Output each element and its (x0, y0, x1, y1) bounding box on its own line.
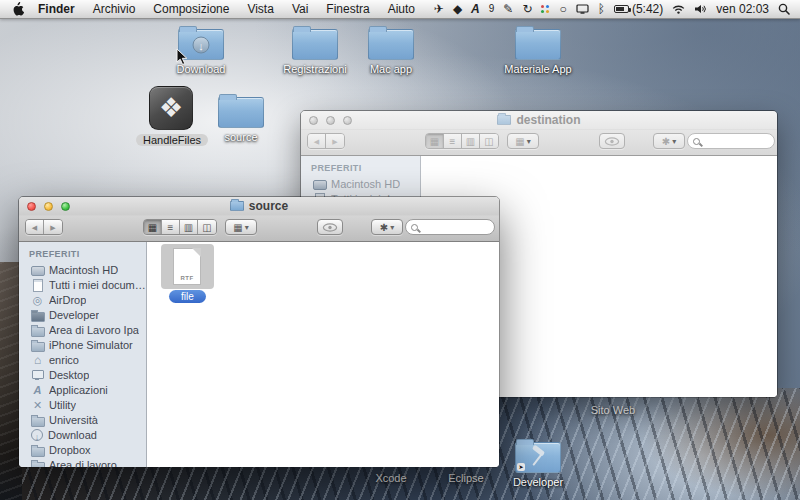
desktop-icon-xcode[interactable]: Xcode (351, 472, 431, 484)
desktop-icon-label: Registrazioni (280, 63, 350, 75)
sidebar-item-iphone-simulator[interactable]: iPhone Simulator (19, 337, 146, 352)
menu-extra-icon[interactable]: ✈ (434, 3, 444, 15)
apple-icon (12, 2, 24, 16)
desktop-icon-source[interactable]: source (206, 92, 276, 143)
desktop-icon-handlefiles[interactable]: ❖ HandleFiles (136, 86, 206, 148)
search-input[interactable] (421, 221, 481, 233)
zoom-button[interactable] (61, 202, 70, 211)
zoom-button[interactable] (343, 116, 352, 125)
search-field[interactable] (687, 133, 775, 149)
rtf-document-icon: RTF (173, 248, 201, 285)
quicklook-button[interactable] (317, 219, 343, 235)
gear-icon: ✱ (380, 222, 388, 233)
menu-aiuto[interactable]: Aiuto (388, 2, 415, 16)
icon-view-button[interactable]: ▦ (426, 134, 444, 148)
sidebar-item-area-di-lavoro[interactable]: Area di lavoro (19, 457, 146, 468)
desktop-icon-mac-app[interactable]: Mac app (356, 24, 426, 75)
forward-button[interactable]: ▶ (326, 134, 344, 148)
colored-dots-icon[interactable] (541, 5, 550, 14)
displays-icon[interactable] (576, 4, 589, 14)
sidebar-heading: PREFERITI (301, 161, 420, 176)
sidebar-item-macintosh-hd[interactable]: Macintosh HD (19, 262, 146, 277)
desktop-icon-registrazioni[interactable]: Registrazioni (280, 24, 350, 75)
diamond-status-icon[interactable]: ◆ (453, 3, 462, 15)
spotlight-icon[interactable] (778, 3, 790, 15)
wifi-icon[interactable] (672, 4, 685, 14)
view-control: ▦ ≡ ▥ ◫ (143, 219, 217, 235)
back-button[interactable]: ◀ (26, 220, 44, 234)
titlebar[interactable]: destination (301, 111, 777, 130)
action-button[interactable]: ✱▾ (371, 219, 403, 235)
sidebar-item-dropbox[interactable]: Dropbox (19, 442, 146, 457)
arrange-button[interactable]: ▦▾ (225, 219, 257, 235)
battery-icon[interactable]: (5:42) (614, 3, 663, 15)
volume-icon[interactable] (694, 4, 707, 14)
menu-clock[interactable]: ven 02:03 (716, 3, 769, 15)
menu-vista[interactable]: Vista (247, 2, 273, 16)
input-source-icon[interactable]: A (471, 3, 480, 15)
desktop-icon-materiale-app[interactable]: Materiale App (503, 24, 573, 75)
quicklook-button[interactable] (599, 133, 625, 149)
menu-finestra[interactable]: Finestra (326, 2, 369, 16)
desktop-icon-label: Developer (503, 476, 573, 488)
sidebar-item-universita[interactable]: Università (19, 412, 146, 427)
utilities-icon (31, 399, 44, 411)
chevron-down-icon: ▾ (245, 223, 249, 232)
close-button[interactable] (27, 202, 36, 211)
sidebar-item-macintosh-hd[interactable]: Macintosh HD (301, 176, 420, 191)
download-badge-icon: ↓ (193, 36, 210, 53)
developer-folder-icon: ➤ (515, 442, 561, 473)
minimize-button[interactable] (326, 116, 335, 125)
action-button[interactable]: ✱▾ (653, 133, 685, 149)
bluetooth-icon[interactable]: ᛒ (598, 3, 605, 15)
sidebar-item-developer[interactable]: Developer (19, 307, 146, 322)
apple-menu[interactable] (12, 2, 24, 16)
icon-view-button[interactable]: ▦ (144, 220, 162, 234)
folder-icon (292, 29, 338, 60)
chevron-down-icon: ▾ (390, 223, 394, 232)
desktop-icon-developer[interactable]: ➤ Developer (503, 437, 573, 488)
window-title: destination (497, 113, 580, 127)
sidebar-item-utility[interactable]: Utility (19, 397, 146, 412)
desktop-icon-eclipse[interactable]: Eclipse (426, 472, 506, 484)
list-view-button[interactable]: ≡ (162, 220, 180, 234)
back-button[interactable]: ◀ (308, 134, 326, 148)
list-view-button[interactable]: ≡ (444, 134, 462, 148)
file-list-area[interactable]: RTF file (147, 242, 499, 467)
sidebar-item-download[interactable]: Download (19, 427, 146, 442)
sidebar-item-airdrop[interactable]: AirDrop (19, 292, 146, 307)
menu-finder[interactable]: Finder (38, 2, 75, 16)
menu-vai[interactable]: Vai (292, 2, 308, 16)
search-input[interactable] (703, 135, 763, 147)
coverflow-view-button[interactable]: ◫ (480, 134, 498, 148)
menu-composizione[interactable]: Composizione (153, 2, 229, 16)
folder-icon (218, 97, 264, 128)
finder-window-source[interactable]: source ◀ ▶ Indietro ▦ ≡ ▥ ◫ Vista ▦▾ Dis… (18, 196, 500, 468)
search-field[interactable] (405, 219, 495, 235)
close-button[interactable] (309, 116, 318, 125)
sidebar-item-desktop[interactable]: Desktop (19, 367, 146, 382)
notes-icon[interactable]: ✎ (503, 3, 513, 15)
minimize-button[interactable] (44, 202, 53, 211)
sidebar-item-applicazioni[interactable]: Applicazioni (19, 382, 146, 397)
applications-icon (31, 384, 44, 396)
forward-button[interactable]: ▶ (44, 220, 62, 234)
time-machine-icon[interactable]: ○ (559, 3, 566, 15)
sidebar-heading: PREFERITI (19, 247, 146, 262)
desktop-icon-label-selected: HandleFiles (136, 134, 208, 146)
sidebar-item-enrico[interactable]: enrico (19, 352, 146, 367)
sidebar-item-documenti[interactable]: Tutti i miei documenti (19, 277, 146, 292)
column-view-button[interactable]: ▥ (180, 220, 198, 234)
airdrop-icon (31, 294, 44, 306)
desktop-icon-sito-web[interactable]: Sito Web (573, 404, 653, 416)
titlebar[interactable]: source (19, 197, 499, 216)
selected-file[interactable]: RTF (161, 244, 214, 289)
menu-archivio[interactable]: Archivio (93, 2, 136, 16)
column-view-button[interactable]: ▥ (462, 134, 480, 148)
desktop-icon-label: source (206, 131, 276, 143)
sidebar-item-area-di-lavoro-ipa[interactable]: Area di Lavoro Ipa (19, 322, 146, 337)
coverflow-view-button[interactable]: ◫ (198, 220, 216, 234)
search-icon (693, 138, 700, 145)
arrange-button[interactable]: ▦▾ (507, 133, 539, 149)
sync-icon[interactable]: ↻ (522, 3, 532, 15)
